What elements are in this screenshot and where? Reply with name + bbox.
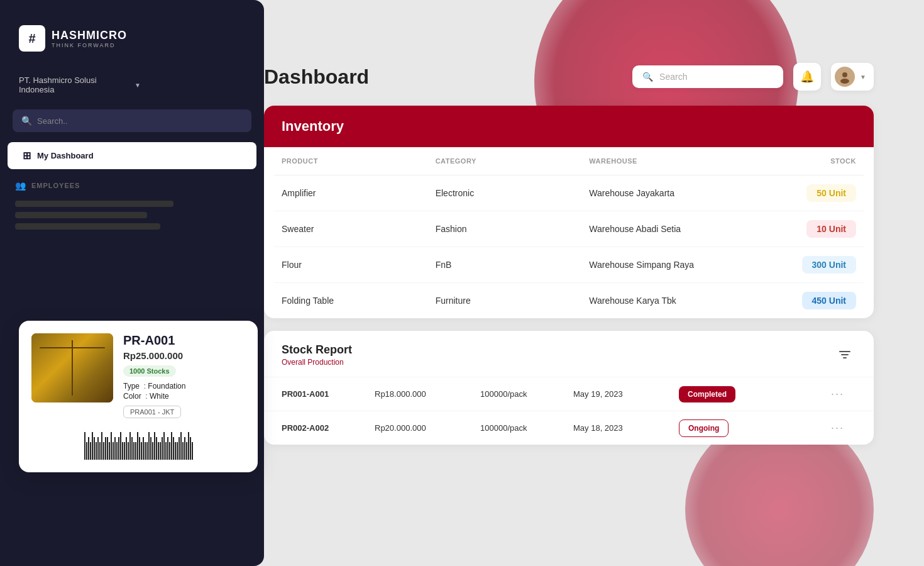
- logo-main: HASHMICRO: [52, 29, 127, 42]
- stock-badge: 50 Unit: [806, 184, 856, 202]
- product-stock: 10 Unit: [743, 220, 856, 238]
- col-product-header: PRODUCT: [282, 157, 436, 165]
- product-card-top: PR-A001 Rp25.000.000 1000 Stocks Type : …: [31, 333, 245, 418]
- stock-badge: 10 Unit: [806, 220, 856, 238]
- stock-report-title: Stock Report: [282, 343, 352, 357]
- table-row: Flour FnB Warehouse Simpang Raya 300 Uni…: [274, 247, 864, 283]
- sidebar: # HASHMICRO THINK FORWARD PT. Hashmicro …: [0, 0, 264, 566]
- barcode: [31, 428, 245, 460]
- inventory-table: PRODUCT CATEGORY WAREHOUSE STOCK Amplifi…: [264, 147, 874, 318]
- product-warehouse: Warehouse Jayakarta: [589, 188, 743, 198]
- search-input[interactable]: [659, 72, 773, 82]
- inventory-header: Inventory: [264, 106, 874, 147]
- product-color: Color : White: [123, 392, 245, 401]
- report-price: Rp20.000.000: [375, 423, 475, 433]
- col-category-header: CATEGORY: [436, 157, 590, 165]
- stock-badge: 450 Unit: [802, 292, 856, 309]
- inventory-card: Inventory PRODUCT CATEGORY WAREHOUSE STO…: [264, 106, 874, 318]
- product-type: Type : Foundation: [123, 382, 245, 391]
- report-price: Rp18.000.000: [375, 389, 475, 399]
- sidebar-skeleton-3: [15, 223, 160, 230]
- stock-badge: 300 Unit: [802, 256, 856, 274]
- more-button[interactable]: ···: [831, 421, 856, 435]
- main-content: Dashboard 🔍 🔔 ▼ Inventory: [264, 63, 874, 516]
- sidebar-logo: # HASHMICRO THINK FORWARD: [0, 13, 264, 70]
- report-row: PR001-A001 Rp18.000.000 100000/pack May …: [264, 377, 874, 411]
- stock-report-header: Stock Report Overall Production: [264, 331, 874, 377]
- header-right: 🔍 🔔 ▼: [632, 63, 874, 91]
- page-title: Dashboard: [264, 65, 369, 89]
- product-name: Amplifier: [282, 188, 436, 198]
- sidebar-search-input[interactable]: [37, 116, 243, 126]
- chevron-down-icon: ▼: [135, 82, 245, 89]
- employees-icon: 👥: [15, 180, 26, 191]
- product-name: Sweater: [282, 224, 436, 234]
- col-warehouse-header: WAREHOUSE: [589, 157, 743, 165]
- product-category: Electronic: [436, 188, 590, 198]
- user-menu-button[interactable]: ▼: [831, 63, 874, 91]
- search-bar[interactable]: 🔍: [632, 65, 783, 88]
- product-color-label: Color: [123, 392, 141, 401]
- table-row: Sweater Fashion Warehouse Abadi Setia 10…: [274, 211, 864, 247]
- sidebar-item-dashboard-label: My Dashboard: [37, 151, 94, 160]
- product-card: PR-A001 Rp25.000.000 1000 Stocks Type : …: [19, 321, 258, 472]
- col-stock-header: STOCK: [743, 157, 856, 165]
- sidebar-skeleton-1: [15, 201, 173, 207]
- logo-sub: THINK FORWARD: [52, 42, 127, 48]
- table-row: Amplifier Electronic Warehouse Jayakarta…: [274, 175, 864, 211]
- product-name: Flour: [282, 260, 436, 270]
- report-date: May 19, 2023: [573, 389, 674, 399]
- inventory-title: Inventory: [282, 118, 856, 135]
- product-name: Folding Table: [282, 296, 436, 306]
- dashboard-icon: ⊞: [23, 150, 31, 162]
- sidebar-search[interactable]: 🔍: [13, 109, 251, 132]
- sidebar-item-dashboard[interactable]: ⊞ My Dashboard: [8, 142, 256, 169]
- logo-icon: #: [19, 25, 45, 52]
- search-icon: 🔍: [21, 116, 32, 126]
- report-qty: 100000/pack: [480, 423, 568, 433]
- barcode-lines: [31, 428, 245, 460]
- sidebar-skeleton-2: [15, 212, 147, 218]
- product-category: Furniture: [436, 296, 590, 306]
- sidebar-employees-label: EMPLOYEES: [31, 182, 80, 189]
- report-id: PR001-A001: [282, 389, 370, 399]
- avatar: [835, 67, 855, 87]
- report-status: Completed: [679, 389, 826, 399]
- company-name: PT. Hashmicro Solusi Indonesia: [19, 75, 129, 94]
- product-type-value: Foundation: [148, 382, 185, 391]
- status-badge-completed: Completed: [679, 386, 735, 402]
- product-category: Fashion: [436, 224, 590, 234]
- table-row: Folding Table Furniture Warehouse Karya …: [274, 283, 864, 318]
- product-color-value: White: [150, 392, 169, 401]
- status-badge-ongoing: Ongoing: [679, 419, 729, 437]
- product-warehouse: Warehouse Karya Tbk: [589, 296, 743, 306]
- svg-point-0: [842, 72, 847, 77]
- product-tag: PRA001 - JKT: [123, 406, 181, 418]
- notification-button[interactable]: 🔔: [793, 63, 821, 91]
- product-stock: 450 Unit: [743, 292, 856, 309]
- product-box-img: [31, 333, 113, 402]
- product-info: PR-A001 Rp25.000.000 1000 Stocks Type : …: [123, 333, 245, 418]
- report-id: PR002-A002: [282, 423, 370, 433]
- logo-text: HASHMICRO THINK FORWARD: [52, 29, 127, 48]
- product-price: Rp25.000.000: [123, 350, 245, 361]
- stock-report-heading: Stock Report Overall Production: [282, 343, 352, 367]
- product-stock: 300 Unit: [743, 256, 856, 274]
- sidebar-section-employees: 👥 EMPLOYEES: [0, 170, 264, 196]
- stock-report-card: Stock Report Overall Production PR001-A0…: [264, 331, 874, 445]
- svg-point-1: [840, 79, 849, 84]
- company-selector[interactable]: PT. Hashmicro Solusi Indonesia ▼: [0, 70, 264, 99]
- filter-button[interactable]: [833, 343, 856, 366]
- product-category: FnB: [436, 260, 590, 270]
- search-icon: 🔍: [642, 72, 653, 82]
- chevron-down-icon: ▼: [860, 74, 866, 80]
- product-id: PR-A001: [123, 333, 245, 348]
- report-row: PR002-A002 Rp20.000.000 100000/pack May …: [264, 411, 874, 445]
- product-image: [31, 333, 113, 402]
- report-qty: 100000/pack: [480, 389, 568, 399]
- report-status: Ongoing: [679, 423, 826, 433]
- more-button[interactable]: ···: [831, 387, 856, 401]
- report-date: May 18, 2023: [573, 423, 674, 433]
- product-warehouse: Warehouse Abadi Setia: [589, 224, 743, 234]
- dashboard-header: Dashboard 🔍 🔔 ▼: [264, 63, 874, 91]
